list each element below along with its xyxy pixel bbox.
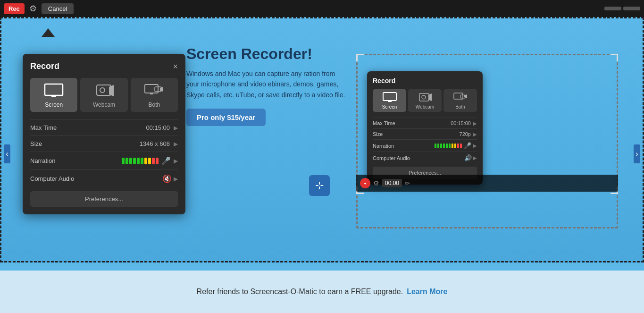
- content-text-block: Screen Recorder! Windows and Mac you can…: [186, 45, 347, 126]
- svg-point-5: [100, 88, 105, 93]
- size-row: Size 1346 x 608 ▶: [30, 135, 178, 152]
- mini-screen-label: Screen: [382, 104, 397, 110]
- mini-narration-label: Narration: [373, 143, 435, 149]
- mode-webcam-button[interactable]: Webcam: [80, 78, 127, 112]
- both-mode-label: Both: [148, 102, 160, 108]
- max-time-label: Max Time: [30, 124, 146, 131]
- main-content-area: Screen Recorder! Windows and Mac you can…: [0, 17, 644, 262]
- mini-max-time-row: Max Time 00:15:00 ▶: [373, 118, 477, 128]
- svg-rect-14: [419, 93, 429, 101]
- svg-rect-0: [45, 84, 63, 95]
- record-panel: Record × Screen: [23, 54, 185, 214]
- narration-label: Narration: [30, 157, 122, 164]
- svg-marker-4: [109, 85, 114, 96]
- resize-handle-left[interactable]: ‹: [4, 144, 10, 163]
- learn-more-link[interactable]: Learn More: [407, 288, 447, 296]
- narration-arrow[interactable]: ▶: [174, 158, 178, 164]
- mini-max-time-label: Max Time: [373, 120, 451, 126]
- mini-webcam-label: Webcam: [416, 104, 434, 110]
- mini-size-arrow[interactable]: ▶: [473, 132, 477, 137]
- upgrade-button[interactable]: Pro only $15/year: [186, 109, 266, 126]
- mini-both-label: Both: [455, 104, 465, 110]
- max-time-row: Max Time 00:15:00 ▶: [30, 119, 178, 135]
- preferences-button[interactable]: Preferences...: [30, 191, 178, 207]
- settings-gear-button[interactable]: ⚙: [26, 2, 40, 15]
- mode-selector: Screen Webcam: [30, 78, 178, 112]
- close-button[interactable]: ×: [173, 62, 178, 71]
- mini-both-icon: [453, 92, 468, 102]
- corner-tr: [611, 54, 618, 61]
- top-toolbar: Rec ⚙ Cancel: [0, 0, 644, 17]
- mini-mode-both-button[interactable]: Both: [443, 89, 477, 112]
- mini-rec-icon: ●: [364, 181, 367, 186]
- panel-title: Record: [30, 61, 59, 71]
- size-arrow[interactable]: ▶: [174, 141, 178, 147]
- panel-arrow: [42, 28, 55, 37]
- mini-pencil-icon[interactable]: ✏: [405, 180, 410, 187]
- top-right-btn-2[interactable]: [623, 7, 640, 10]
- max-time-arrow[interactable]: ▶: [174, 125, 178, 131]
- webcam-mode-icon: [93, 83, 114, 99]
- mini-panel-title: Record: [373, 77, 477, 85]
- computer-audio-label: Computer Audio: [30, 175, 162, 182]
- cancel-button[interactable]: Cancel: [42, 3, 74, 14]
- mini-rec-button[interactable]: ●: [360, 178, 370, 188]
- top-right-btn-1[interactable]: [604, 7, 621, 10]
- mini-mode-webcam-button[interactable]: Webcam: [408, 89, 442, 112]
- panel-header: Record ×: [30, 61, 178, 71]
- mini-size-value: 720p: [460, 131, 471, 137]
- mini-max-time-arrow[interactable]: ▶: [473, 121, 477, 126]
- mini-size-row: Size 720p ▶: [373, 128, 477, 139]
- mute-icon: 🔇: [162, 174, 172, 183]
- mini-time-display: 00:00: [382, 179, 402, 187]
- mini-mode-screen-button[interactable]: Screen: [373, 89, 406, 112]
- mode-screen-button[interactable]: Screen: [30, 78, 77, 112]
- computer-audio-row: Computer Audio 🔇 ▶: [30, 169, 178, 187]
- svg-rect-3: [97, 85, 111, 95]
- mini-mode-selector: Screen Webcam: [373, 89, 477, 112]
- mini-narration-mic-icon[interactable]: 🎤: [464, 142, 471, 149]
- mini-narration-row: Narration 🎤 ▶: [373, 139, 477, 152]
- mini-size-label: Size: [373, 131, 460, 137]
- mini-speaker-icon: 🔊: [464, 154, 472, 161]
- mini-computer-audio-label: Computer Audio: [373, 155, 464, 161]
- svg-rect-11: [383, 93, 396, 101]
- mini-narration-level-bar: [435, 144, 462, 148]
- mini-computer-audio-arrow[interactable]: ▶: [473, 155, 477, 161]
- screen-mode-label: Screen: [45, 102, 63, 108]
- bottom-bar: Refer friends to Screencast-O-Matic to e…: [0, 271, 644, 313]
- content-title: Screen Recorder!: [186, 45, 347, 63]
- both-mode-icon: [144, 83, 165, 99]
- mini-webcam-icon: [418, 92, 432, 102]
- content-body: Windows and Mac you can capture any rati…: [186, 68, 347, 100]
- mini-record-panel: Record Screen: [367, 71, 483, 185]
- mode-both-button[interactable]: Both: [131, 78, 178, 112]
- mini-max-time-value: 00:15:00: [451, 120, 471, 126]
- webcam-mode-label: Webcam: [93, 102, 115, 108]
- mini-bottom-bar: ● ⚙ 00:00 ✏: [356, 175, 618, 192]
- mini-screen-icon: [383, 92, 397, 102]
- rec-button[interactable]: Rec: [4, 3, 25, 14]
- size-label: Size: [30, 140, 140, 147]
- mini-gear-button[interactable]: ⚙: [373, 179, 379, 187]
- narration-mic-icon[interactable]: 🎤: [161, 156, 171, 165]
- corner-tl: [356, 54, 364, 61]
- narration-row: Narration 🎤 ▶: [30, 152, 178, 169]
- move-icon[interactable]: ⊹: [309, 175, 330, 196]
- computer-audio-arrow[interactable]: ▶: [174, 176, 178, 182]
- svg-marker-10: [160, 87, 163, 92]
- bottom-bar-text: Refer friends to Screencast-O-Matic to e…: [197, 288, 403, 296]
- resize-handle-right[interactable]: ›: [634, 144, 640, 163]
- screen-mode-icon: [43, 83, 64, 99]
- max-time-value: 00:15:00: [146, 124, 170, 131]
- narration-level-bar: [122, 158, 159, 164]
- mini-computer-audio-row: Computer Audio 🔊 ▶: [373, 152, 477, 164]
- size-value: 1346 x 608: [140, 140, 170, 147]
- mini-narration-arrow[interactable]: ▶: [473, 143, 477, 148]
- svg-point-16: [422, 95, 426, 99]
- top-right-buttons: [604, 7, 640, 10]
